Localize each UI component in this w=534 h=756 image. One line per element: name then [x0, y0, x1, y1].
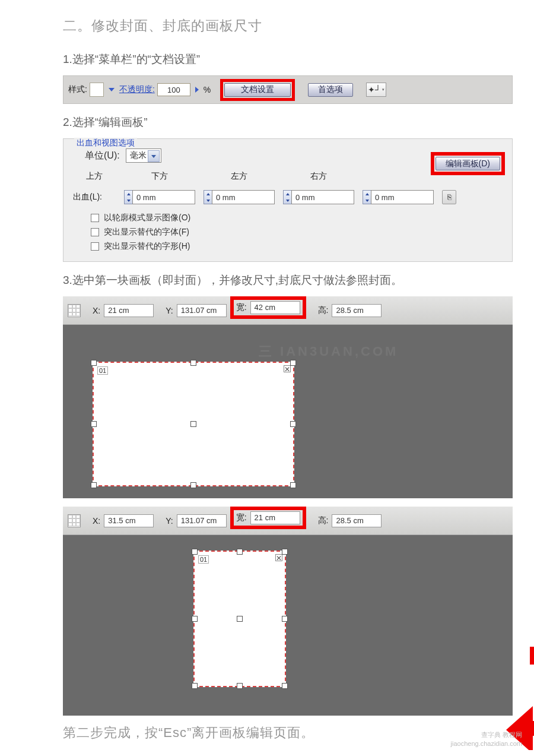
x-label: X: — [93, 306, 100, 315]
opacity-label-link[interactable]: 不透明度: — [119, 84, 155, 95]
height-input[interactable]: 28.5 cm — [332, 514, 382, 527]
height-input[interactable]: 28.5 cm — [332, 304, 382, 317]
y-input[interactable]: 131.07 cm — [177, 304, 227, 317]
section-heading: 二。修改封面、封底的画板尺寸 — [63, 17, 513, 35]
width-label: 宽: — [236, 513, 247, 523]
bleed-left-input[interactable]: 0 mm — [283, 190, 354, 204]
options-toolbar: 样式: 不透明度: 100 % 文档设置 首选项 ✦┘ ▾ — [63, 75, 513, 104]
bleed-head-top: 上方 — [73, 171, 116, 182]
outline-images-checkbox-row[interactable]: 以轮廓模式显示图像(O) — [91, 213, 503, 223]
source-watermark: 查字典 教程网 jiaocheng.chazidian.com — [451, 730, 522, 748]
final-step-text: 第二步完成，按“Esc”离开画板编辑页面。 — [63, 724, 513, 742]
highlight-width: 宽: 21 cm — [230, 507, 306, 529]
x-input[interactable]: 21 cm — [104, 304, 154, 317]
step3-text: 3.选中第一块画板（即封面），并修改尺寸,封底尺寸做法参照封面。 — [63, 273, 513, 288]
unit-select[interactable]: 毫米 — [126, 148, 161, 163]
unit-label: 单位(U): — [85, 150, 120, 162]
height-label: 高: — [318, 305, 329, 316]
opacity-arrow-icon[interactable] — [195, 87, 199, 93]
checkbox-icon — [91, 242, 99, 251]
edit-artboard-button[interactable]: 编辑画板(D) — [436, 157, 500, 170]
wand-icon: ✦┘ — [368, 85, 381, 94]
step2-text: 2.选择“编辑画板” — [63, 115, 513, 130]
bleed-head-right: 右方 — [283, 171, 354, 182]
bleed-top-input[interactable]: 0 mm — [124, 190, 195, 204]
highlight-sub-glyphs-label: 突出显示替代的字形(H) — [104, 241, 190, 252]
reference-anchor-grid[interactable] — [68, 514, 81, 527]
outline-images-label: 以轮廓模式显示图像(O) — [104, 213, 190, 223]
percent-label: % — [204, 85, 211, 94]
canvas-area: 三 IAN3UAN,COM 01 ✕ — [63, 325, 513, 498]
x-label: X: — [93, 516, 100, 526]
width-input[interactable]: 42 cm — [250, 301, 300, 314]
y-label: Y: — [166, 516, 173, 526]
style-label: 样式: — [68, 84, 87, 95]
preferences-button[interactable]: 首选项 — [308, 83, 353, 97]
artboard-number-label: 01 — [198, 555, 209, 564]
width-label: 宽: — [236, 302, 247, 313]
workspace-after: X: 31.5 cm Y: 131.07 cm 宽: 21 cm 高: 28.5… — [63, 507, 513, 716]
highlight-width: 宽: 42 cm — [230, 296, 306, 319]
highlight-sub-fonts-checkbox-row[interactable]: 突出显示替代的字体(F) — [91, 227, 503, 238]
highlight-doc-setup: 文档设置 — [220, 79, 295, 101]
reference-anchor-grid[interactable] — [68, 304, 81, 317]
highlight-edit-artboard: 编辑画板(D) — [431, 152, 505, 175]
link-bleed-values-button[interactable]: ⎘ — [442, 190, 456, 204]
artboard-control-bar: X: 31.5 cm Y: 131.07 cm 宽: 21 cm 高: 28.5… — [63, 507, 513, 535]
artboard-control-bar: X: 21 cm Y: 131.07 cm 宽: 42 cm 高: 28.5 c… — [63, 296, 513, 325]
y-label: Y: — [166, 306, 173, 315]
bleed-bottom-value: 0 mm — [212, 190, 275, 204]
opacity-input[interactable]: 100 — [157, 83, 190, 96]
checkbox-icon — [91, 228, 99, 236]
artboard-number-label: 01 — [97, 366, 108, 375]
canvas-area: 01 ✕ — [63, 535, 513, 716]
magic-wand-tool-button[interactable]: ✦┘ ▾ — [366, 83, 386, 97]
checkbox-icon — [91, 214, 99, 222]
bleed-left-value: 0 mm — [291, 190, 354, 204]
step1-text: 1.选择“菜单栏”的“文档设置” — [63, 52, 513, 67]
bleed-head-bottom: 下方 — [124, 171, 195, 182]
workspace-before: X: 21 cm Y: 131.07 cm 宽: 42 cm 高: 28.5 c… — [63, 296, 513, 498]
bleed-view-panel: 出血和视图选项 单位(U): 毫米 编辑画板(D) 上方 下方 左方 右方 出血… — [63, 138, 513, 262]
style-swatch[interactable] — [90, 83, 104, 97]
bleed-top-value: 0 mm — [132, 190, 195, 204]
bleed-row-label: 出血(L): — [73, 192, 116, 203]
document-setup-button[interactable]: 文档设置 — [224, 83, 291, 97]
y-input[interactable]: 131.07 cm — [177, 514, 227, 527]
bleed-head-left: 左方 — [204, 171, 275, 182]
footer-line1: 查字典 教程网 — [451, 730, 522, 739]
watermark: 三 IAN3UAN,COM — [259, 343, 398, 360]
bleed-right-value: 0 mm — [371, 190, 434, 204]
artboard[interactable]: 01 ✕ — [93, 362, 294, 486]
artboard[interactable]: 01 ✕ — [193, 551, 286, 687]
height-label: 高: — [318, 515, 329, 526]
footer-line2: jiaocheng.chazidian.com — [451, 739, 522, 748]
x-input[interactable]: 31.5 cm — [104, 514, 154, 527]
close-icon[interactable]: ✕ — [275, 554, 282, 561]
width-input[interactable]: 21 cm — [250, 511, 300, 524]
highlight-sub-fonts-label: 突出显示替代的字体(F) — [104, 227, 189, 238]
bleed-right-input[interactable]: 0 mm — [363, 190, 434, 204]
close-icon[interactable]: ✕ — [284, 365, 291, 372]
panel-legend: 出血和视图选项 — [74, 138, 137, 148]
highlight-sub-glyphs-checkbox-row[interactable]: 突出显示替代的字形(H) — [91, 241, 503, 252]
style-dropdown-icon[interactable] — [109, 88, 115, 91]
link-icon: ⎘ — [447, 193, 452, 201]
bleed-bottom-input[interactable]: 0 mm — [204, 190, 275, 204]
